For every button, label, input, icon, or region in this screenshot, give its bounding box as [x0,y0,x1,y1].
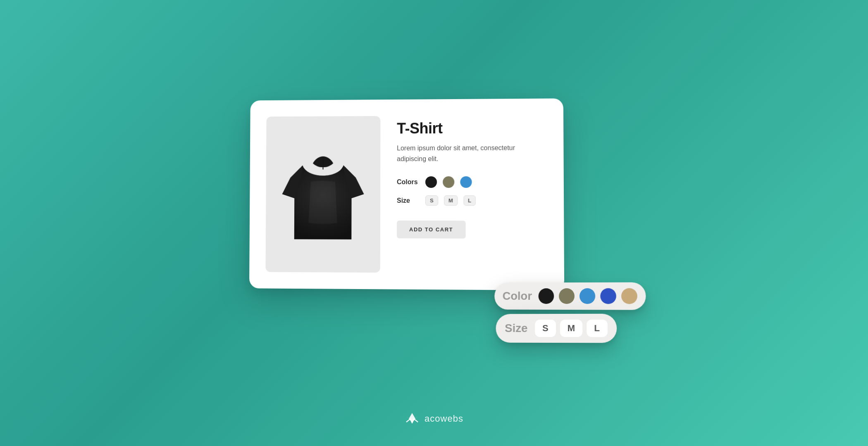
main-scene: T-Shirt Lorem ipsum dolor sit amet, cons… [248,78,620,368]
size-s[interactable]: S [425,195,438,206]
color-swatch-blue[interactable] [460,176,472,188]
chip-color-darkblue[interactable] [600,288,616,304]
size-m[interactable]: M [444,195,458,206]
chip-size-s[interactable]: S [535,320,556,337]
tshirt-illustration [278,141,368,248]
size-chip: Size S M L [496,314,616,343]
brand-footer: acowebs [405,411,463,426]
product-description: Lorem ipsum dolor sit amet, consectetur … [397,142,547,164]
acowebs-logo-icon [405,411,420,426]
sizes-row: Size S M L [397,195,547,206]
product-info: T-Shirt Lorem ipsum dolor sit amet, cons… [397,115,547,274]
chip-size-m[interactable]: M [560,320,582,337]
product-title: T-Shirt [397,119,546,138]
add-to-cart-button[interactable]: ADD TO CART [397,221,466,239]
chip-color-tan[interactable] [621,288,637,304]
chip-size-l[interactable]: L [587,320,607,337]
brand-name: acowebs [424,413,463,424]
colors-label: Colors [397,178,420,186]
color-chip-label: Color [502,289,532,303]
colors-row: Colors [397,176,547,188]
product-card: T-Shirt Lorem ipsum dolor sit amet, cons… [249,98,564,290]
color-swatch-olive[interactable] [443,176,454,188]
product-image [265,116,380,273]
chip-color-black[interactable] [539,288,554,304]
color-chip: Color [494,282,646,310]
chip-color-steelblue[interactable] [579,288,595,304]
size-label: Size [397,197,420,204]
chip-color-olive[interactable] [559,288,575,304]
size-l[interactable]: L [463,195,476,206]
size-chip-label: Size [505,322,527,335]
color-swatch-black[interactable] [425,176,437,188]
